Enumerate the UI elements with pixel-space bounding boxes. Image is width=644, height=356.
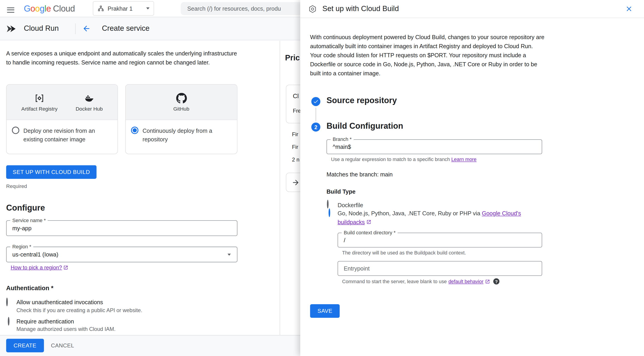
radio-deploy-repo[interactable]	[131, 127, 138, 134]
radio-buildpacks[interactable]	[328, 209, 330, 217]
divider	[75, 23, 76, 34]
buildpacks-label[interactable]: Go, Node.js, Python, Java, .NET Core, Ru…	[338, 209, 536, 226]
authentication-heading: Authentication *	[6, 284, 53, 291]
radio-require-auth[interactable]	[8, 317, 10, 325]
require-auth-label[interactable]: Require authentication	[16, 318, 74, 325]
region-select[interactable]: Region * us-central1 (Iowa)	[6, 247, 237, 262]
allow-unauthenticated-label[interactable]: Allow unauthenticated invocations	[16, 299, 103, 305]
pricing-card-title-fragment: Cl	[293, 93, 299, 100]
build-context-helper: The directory will be used as the Buildp…	[342, 250, 466, 256]
project-selector[interactable]: Prakhar 1	[93, 1, 154, 16]
intro-paragraph-2: Your code should listen for HTTP request…	[310, 51, 546, 78]
service-name-value: my-app	[12, 225, 32, 231]
deploy-repo-option: Continuously deploy from a repository	[126, 120, 237, 151]
chevron-down-icon	[228, 253, 231, 256]
pricing-heading-fragment: Pric	[285, 53, 300, 63]
entrypoint-helper-text: Command to start the server, leave blank…	[342, 278, 447, 284]
service-name-field[interactable]: Service name * my-app	[6, 220, 237, 236]
create-button[interactable]: CREATE	[6, 339, 44, 352]
entrypoint-field[interactable]: Entrypoint	[338, 261, 542, 276]
panel-title: Set up with Cloud Build	[322, 5, 399, 13]
project-icon	[98, 5, 104, 12]
service-name-label: Service name *	[10, 218, 48, 223]
menu-icon[interactable]	[7, 6, 14, 14]
cloud-build-icon	[308, 4, 317, 13]
branch-helper: Use a regular expression to match to a s…	[331, 157, 476, 162]
cancel-button[interactable]: CANCEL	[51, 342, 74, 348]
card-icons-repo: GitHub	[126, 85, 237, 120]
radio-deploy-existing[interactable]	[12, 127, 20, 134]
region-label: Region *	[10, 244, 33, 249]
deploy-existing-option: Deploy one revision from an existing con…	[6, 120, 118, 151]
entrypoint-placeholder: Entrypoint	[344, 265, 370, 272]
arrow-right-icon[interactable]	[292, 178, 300, 187]
github-group: GitHub	[173, 93, 189, 112]
learn-more-link[interactable]: Learn more	[451, 157, 476, 162]
service-description: A service exposes a unique endpoint and …	[6, 49, 238, 67]
configure-heading: Configure	[6, 203, 45, 213]
branch-match-text: Matches the branch: main	[326, 171, 393, 178]
artifact-registry-icon	[34, 93, 45, 103]
dockerfile-label[interactable]: Dockerfile	[338, 201, 363, 210]
docker-hub-label: Docker Hub	[76, 106, 103, 112]
artifact-registry-label: Artifact Registry	[21, 106, 58, 112]
google-cloud-logo[interactable]: Google Cloud	[24, 4, 75, 14]
product-name: Cloud Run	[24, 24, 59, 33]
deploy-repo-card: GitHub Continuously deploy from a reposi…	[125, 84, 237, 154]
buildpacks-label-text: Go, Node.js, Python, Java, .NET Core, Ru…	[338, 210, 482, 217]
docker-hub-group: Docker Hub	[76, 93, 103, 112]
panel-header: Set up with Cloud Build	[300, 0, 644, 18]
step-connector	[316, 108, 316, 121]
external-link-icon	[485, 279, 490, 284]
docker-hub-icon	[84, 93, 94, 103]
build-type-label: Build Type	[326, 188, 356, 195]
step1-title[interactable]: Source repository	[326, 96, 397, 105]
chevron-down-icon	[146, 8, 150, 10]
card-icons-existing: Artifact Registry Docker Hub	[6, 85, 118, 120]
save-button[interactable]: SAVE	[310, 304, 340, 318]
step1-check-circle	[312, 97, 320, 106]
cloud-logo-text: Cloud	[53, 4, 75, 14]
page-title: Create service	[102, 24, 150, 33]
build-context-value: /	[344, 237, 345, 243]
google-logo-text: Google	[24, 4, 51, 14]
entrypoint-helper: Command to start the server, leave blank…	[342, 278, 500, 284]
github-icon	[176, 93, 187, 103]
close-icon[interactable]	[624, 4, 634, 14]
pricing-row-fragment: Fir	[292, 131, 298, 137]
radio-deploy-repo-label[interactable]: Continuously deploy from a repository	[142, 127, 232, 144]
build-context-field[interactable]: Build context directory * /	[338, 233, 542, 247]
region-value: us-central1 (Iowa)	[12, 251, 58, 258]
radio-deploy-existing-label[interactable]: Deploy one revision from an existing con…	[24, 127, 112, 144]
pricing-card-sub-fragment: Fre	[293, 108, 301, 114]
branch-helper-text: Use a regular expression to match to a s…	[331, 157, 451, 162]
cloud-run-icon	[6, 23, 16, 34]
panel-intro: With continuous deployment powered by Cl…	[310, 33, 546, 78]
back-arrow-icon[interactable]	[82, 24, 91, 33]
cloud-build-panel: Set up with Cloud Build With continuous …	[300, 0, 644, 356]
github-label: GitHub	[173, 106, 189, 112]
require-auth-desc: Manage authorized users with Cloud IAM.	[16, 326, 116, 332]
step2-number-circle: 2	[312, 123, 320, 132]
required-note: Required	[6, 183, 27, 189]
build-context-label: Build context directory *	[342, 230, 398, 235]
setup-cloud-build-button[interactable]: SET UP WITH CLOUD BUILD	[6, 165, 96, 179]
radio-allow-unauthenticated[interactable]	[6, 298, 8, 306]
default-behavior-link[interactable]: default behavior	[448, 278, 483, 284]
branch-label: Branch *	[330, 136, 354, 142]
step2-number: 2	[314, 124, 317, 130]
project-name: Prakhar 1	[108, 5, 132, 12]
pricing-row-fragment: Fir	[292, 144, 298, 150]
external-link-icon	[366, 220, 371, 225]
check-icon	[313, 99, 318, 104]
branch-field[interactable]: Branch * ^main$	[326, 139, 542, 154]
app-root: Google Cloud Prakhar 1 Cloud Run Create …	[0, 0, 644, 356]
allow-unauthenticated-desc: Check this if you are creating a public …	[16, 307, 142, 313]
artifact-registry-group: Artifact Registry	[21, 93, 58, 112]
region-help-link[interactable]: How to pick a region?	[10, 264, 68, 270]
deploy-existing-image-card: Artifact Registry Docker Hub Deploy one …	[6, 84, 118, 154]
step2-title[interactable]: Build Configuration	[326, 121, 403, 131]
intro-paragraph-1: With continuous deployment powered by Cl…	[310, 33, 546, 51]
help-icon[interactable]: ?	[493, 278, 500, 284]
radio-dockerfile[interactable]	[327, 200, 328, 208]
